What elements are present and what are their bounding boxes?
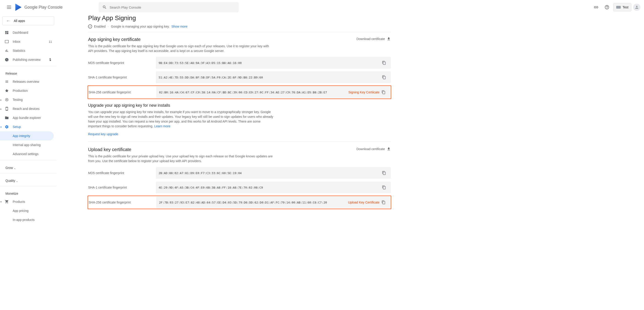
nav-internal-sharing[interactable]: Internal app sharing — [0, 140, 56, 149]
signing-annotation: Signing Key Certiicate — [348, 90, 380, 94]
nav-label: App bundle explorer — [13, 116, 41, 120]
inbox-badge: 11 — [49, 40, 52, 44]
products-icon — [4, 199, 9, 204]
app-header: Google Play Console Test — [0, 0, 644, 15]
sha256-value: 02:B0:16:4A:C4:67:CF:C0:38:14:0A:CF:BD:B… — [159, 91, 335, 94]
devices-icon — [4, 107, 9, 111]
releases-icon — [4, 79, 9, 84]
link-icon[interactable] — [592, 3, 601, 12]
nav-app-pricing[interactable]: App pricing — [0, 206, 56, 215]
nav-label: Production — [13, 89, 28, 93]
search-icon — [102, 5, 107, 10]
nav-inapp-products[interactable]: In-app products — [0, 215, 56, 218]
user-avatar[interactable] — [633, 4, 640, 11]
search-input[interactable] — [110, 6, 235, 9]
back-arrow-icon: ← — [6, 19, 10, 23]
upgrade-section: Upgrade your app signing key for new ins… — [88, 103, 391, 136]
inbox-icon — [4, 39, 9, 44]
upload-annotation: Upload Key Certificate — [348, 201, 380, 204]
nav-statistics[interactable]: Statistics — [0, 46, 56, 55]
sha1-value: 51:A2:4E:7D:55:DD:DA:8F:5B:DF:5A:F0:CA:2… — [158, 76, 380, 79]
copy-button[interactable] — [380, 183, 388, 191]
main-content: Play App Signing ✓ Enabled · Google is m… — [56, 15, 418, 218]
status-text: Google is managing your app signing key. — [111, 25, 170, 28]
nav-production[interactable]: Production — [0, 86, 56, 95]
statistics-icon — [4, 48, 9, 53]
download-signing-cert[interactable]: Download certificate — [356, 37, 391, 41]
learn-more-link[interactable]: Learn more — [154, 124, 170, 128]
sha256-label: SHA-256 certificate fingerprint — [88, 90, 156, 94]
section-grow[interactable]: Grow ⌄ — [0, 162, 56, 171]
nav-inbox[interactable]: Inbox 11 — [0, 37, 56, 46]
upload-cert-section: Upload key certificate This is the publi… — [88, 147, 391, 209]
sha1-label: SHA-1 certificate fingerprint — [88, 186, 156, 189]
app-name: Test — [622, 6, 628, 9]
all-apps-label: All apps — [14, 19, 25, 23]
nav-label: App integrity — [13, 134, 30, 138]
menu-button[interactable] — [4, 2, 14, 13]
section-quality[interactable]: Quality ⌄ — [0, 175, 56, 184]
all-apps-button[interactable]: ← All apps — [2, 16, 54, 25]
download-icon — [387, 37, 391, 41]
nav-label: Products — [13, 200, 25, 203]
nav-label: Statistics — [13, 49, 25, 53]
nav-advanced-settings[interactable]: Advanced settings — [0, 149, 56, 159]
nav-dashboard[interactable]: Dashboard — [0, 28, 56, 37]
upgrade-title: Upgrade your app signing key for new ins… — [88, 103, 391, 108]
request-upgrade-link[interactable]: Request key upgrade — [88, 132, 118, 136]
nav-app-integrity[interactable]: App integrity — [0, 131, 54, 140]
nav-label: Releases overview — [13, 80, 39, 83]
md5-value: 9B:E4:DD:73:53:5E:A8:9A:3F:A3:D5:15:B8:A… — [158, 61, 380, 65]
copy-button[interactable] — [380, 88, 388, 96]
nav-publishing[interactable]: Publishing overview — [0, 55, 56, 64]
sidebar: ← All apps Dashboard Inbox 11 Statistics… — [0, 15, 56, 218]
logo-text: Google Play Console — [24, 5, 62, 10]
nav-setup[interactable]: ▾ Setup — [0, 122, 56, 131]
download-upload-cert[interactable]: Download certificate — [356, 147, 391, 151]
sha1-value: 4E:29:9D:4F:A5:3B:C4:4F:E0:6B:3B:A8:FF:1… — [158, 186, 380, 189]
sha256-row: SHA-256 certificate fingerprint 02:B0:16… — [88, 86, 390, 98]
search-bar[interactable] — [99, 2, 239, 13]
signing-cert-desc: This is the public certificate for the a… — [88, 44, 273, 53]
status-enabled: Enabled — [94, 25, 106, 28]
nav-label: Dashboard — [13, 31, 28, 34]
show-more-link[interactable]: Show more — [172, 25, 188, 28]
nav-label: Setup — [13, 125, 21, 129]
nav-label: Advanced settings — [13, 152, 38, 156]
nav-reach-devices[interactable]: ▸ Reach and devices — [0, 104, 56, 113]
nav-releases-overview[interactable]: Releases overview — [0, 77, 56, 86]
copy-button[interactable] — [380, 169, 388, 177]
publishing-icon — [4, 58, 9, 62]
help-icon[interactable] — [602, 3, 612, 12]
section-release: Release — [0, 68, 56, 77]
sha256-highlight: SHA-256 certificate fingerprint 02:B0:16… — [88, 86, 391, 99]
nav-label: Inbox — [13, 40, 20, 44]
md5-row: MD5 certificate fingerprint 9B:E4:DD:73:… — [88, 57, 391, 69]
signing-cert-section: App signing key certificate This is the … — [88, 37, 391, 99]
app-icon — [616, 6, 621, 9]
md5-label: MD5 certificate fingerprint — [88, 171, 156, 175]
upload-cert-desc: This is the public certificate for your … — [88, 154, 273, 163]
status-row: ✓ Enabled · Google is managing your app … — [88, 25, 391, 32]
copy-button[interactable] — [380, 198, 388, 206]
nav-products[interactable]: ▾ Products — [0, 197, 56, 206]
sha256-value: 2F:7B:93:27:93:E7:82:48:AD:64:57:EE:D4:0… — [159, 201, 334, 204]
sha1-row: SHA-1 certificate fingerprint 51:A2:4E:7… — [88, 72, 391, 83]
expand-caret-icon: ▾ — [0, 201, 2, 203]
expand-caret-icon: ▸ — [0, 99, 2, 101]
play-logo-icon — [15, 4, 22, 11]
upload-cert-title: Upload key certificate — [88, 147, 273, 152]
copy-button[interactable] — [380, 73, 388, 81]
nav-testing[interactable]: ▸ Testing — [0, 95, 56, 104]
logo[interactable]: Google Play Console — [15, 4, 62, 11]
nav-label: Publishing overview — [13, 58, 41, 62]
copy-button[interactable] — [380, 59, 388, 67]
production-icon — [4, 88, 9, 93]
md5-value: 2B:AD:88:02:A7:81:D9:E0:F7:C3:33:6C:60:5… — [158, 171, 380, 175]
app-switcher[interactable]: Test — [613, 3, 631, 11]
signing-cert-title: App signing key certificate — [88, 37, 273, 42]
section-monetize: Monetize — [0, 188, 56, 197]
nav-bundle-explorer[interactable]: App bundle explorer — [0, 113, 56, 122]
nav-label: Internal app sharing — [13, 143, 41, 147]
md5-label: MD5 certificate fingerprint — [88, 61, 156, 65]
